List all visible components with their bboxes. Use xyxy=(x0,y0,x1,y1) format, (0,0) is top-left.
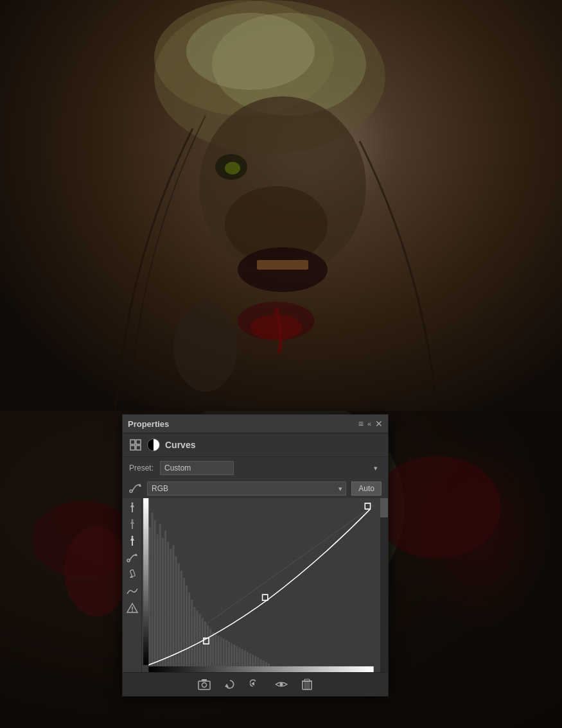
undo-button[interactable] xyxy=(248,677,263,692)
eyedropper-black-tool[interactable] xyxy=(125,501,139,515)
bottom-toolbar xyxy=(123,672,388,696)
content-area xyxy=(123,498,388,672)
svg-rect-41 xyxy=(167,542,169,672)
properties-panel: Properties ≡ « ✕ Curves Preset: Custom D… xyxy=(122,414,389,697)
svg-rect-45 xyxy=(178,564,180,672)
svg-rect-52 xyxy=(197,611,198,672)
svg-rect-49 xyxy=(188,593,190,672)
curves-header: Curves xyxy=(123,433,388,457)
curve-canvas[interactable] xyxy=(142,498,380,672)
svg-point-92 xyxy=(279,683,283,686)
svg-rect-50 xyxy=(191,600,193,672)
curve-svg xyxy=(142,498,380,672)
auto-button[interactable]: Auto xyxy=(351,481,382,496)
svg-point-25 xyxy=(131,519,133,521)
visibility-button[interactable] xyxy=(274,677,289,692)
svg-rect-29 xyxy=(130,569,135,576)
svg-rect-46 xyxy=(180,571,182,672)
scrollbar-thumb[interactable] xyxy=(380,498,388,517)
svg-marker-90 xyxy=(225,684,229,687)
svg-rect-37 xyxy=(157,534,159,672)
panel-close-btn[interactable]: ✕ xyxy=(375,419,383,428)
adjustment-type-icon[interactable] xyxy=(129,438,142,451)
creature-head-area xyxy=(0,0,562,411)
svg-rect-19 xyxy=(136,440,141,444)
blood-area xyxy=(408,437,549,629)
preset-label: Preset: xyxy=(129,464,155,472)
eyedropper-gray-tool[interactable] xyxy=(125,517,139,532)
tools-panel xyxy=(123,498,142,672)
panel-menu-btn[interactable]: ≡ xyxy=(358,419,364,429)
titlebar-controls: ≡ « ✕ xyxy=(358,419,383,429)
svg-rect-47 xyxy=(183,578,185,672)
svg-rect-57 xyxy=(209,628,211,672)
svg-rect-43 xyxy=(172,545,174,672)
svg-rect-98 xyxy=(304,679,310,681)
pencil-tool[interactable] xyxy=(125,568,139,582)
svg-rect-85 xyxy=(148,666,373,672)
svg-rect-35 xyxy=(151,513,153,672)
on-image-tool-icon[interactable] xyxy=(129,483,142,495)
svg-point-26 xyxy=(131,536,133,538)
channel-select-wrapper: RGB Red Green Blue xyxy=(147,481,346,496)
svg-rect-42 xyxy=(170,549,171,672)
svg-rect-56 xyxy=(207,625,209,672)
svg-point-27 xyxy=(127,559,130,562)
svg-rect-48 xyxy=(186,585,188,673)
eyedropper-white-tool[interactable] xyxy=(125,534,139,548)
svg-rect-86 xyxy=(143,498,148,665)
smooth-tool[interactable] xyxy=(125,584,139,598)
svg-rect-21 xyxy=(136,446,141,450)
svg-rect-55 xyxy=(204,621,206,672)
svg-point-22 xyxy=(130,490,132,492)
svg-rect-36 xyxy=(154,520,156,672)
svg-rect-51 xyxy=(193,607,195,672)
svg-rect-89 xyxy=(202,679,207,681)
svg-rect-39 xyxy=(162,538,164,672)
svg-rect-53 xyxy=(199,614,201,672)
svg-point-24 xyxy=(131,503,133,505)
panel-scrollbar[interactable] xyxy=(380,498,388,672)
svg-rect-38 xyxy=(159,524,161,672)
svg-point-88 xyxy=(202,683,206,688)
svg-rect-34 xyxy=(148,527,150,672)
curve-onimage-tool[interactable] xyxy=(125,551,139,565)
curve-area xyxy=(142,498,380,672)
svg-rect-58 xyxy=(212,632,214,672)
layer-icon xyxy=(147,438,160,451)
snapshot-button[interactable] xyxy=(197,677,212,692)
curves-title: Curves xyxy=(165,440,195,450)
channel-row: RGB Red Green Blue Auto xyxy=(123,479,388,498)
panel-collapse-btn[interactable]: « xyxy=(367,420,371,428)
panel-title: Properties xyxy=(128,419,169,429)
channel-select[interactable]: RGB Red Green Blue xyxy=(147,481,346,496)
delete-button[interactable] xyxy=(299,677,315,692)
preset-select-wrapper: Custom Default Strong Contrast Lighter D… xyxy=(160,461,382,475)
histogram-warning-tool[interactable] xyxy=(125,601,139,615)
panel-titlebar: Properties ≡ « ✕ xyxy=(123,415,388,433)
preset-select[interactable]: Custom Default Strong Contrast Lighter D… xyxy=(160,461,234,475)
reset-button[interactable] xyxy=(222,677,238,692)
svg-marker-91 xyxy=(251,682,254,686)
svg-rect-40 xyxy=(164,531,166,672)
svg-point-32 xyxy=(132,611,133,612)
svg-rect-18 xyxy=(130,440,135,444)
preset-row: Preset: Custom Default Strong Contrast L… xyxy=(123,457,388,479)
svg-rect-20 xyxy=(130,446,135,450)
